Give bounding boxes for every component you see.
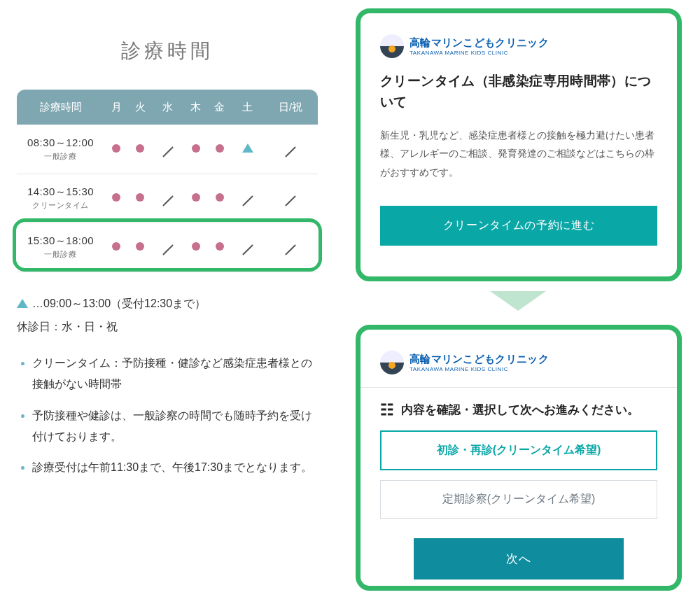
availability-cell	[184, 174, 208, 223]
next-button[interactable]: 次へ	[414, 538, 624, 580]
closed-days: 休診日：水・日・祝	[17, 320, 318, 335]
availability-cell	[152, 223, 183, 272]
availability-cell	[263, 174, 318, 223]
availability-cell	[208, 125, 232, 174]
availability-cell	[232, 174, 263, 223]
penguin-icon	[380, 34, 404, 58]
penguin-icon	[380, 351, 404, 374]
th-thu: 木	[184, 90, 208, 125]
clinic-name-en: TAKANAWA MARINE KIDS CLINIC	[410, 366, 549, 372]
availability-cell	[208, 223, 232, 272]
slot-subtitle: 一般診療	[20, 249, 102, 260]
clinic-name: 高輪マリンこどもクリニック	[410, 36, 549, 50]
table-row: 14:30～15:30クリーンタイム	[17, 174, 318, 223]
availability-cell	[263, 125, 318, 174]
availability-cell	[184, 223, 208, 272]
slot-subtitle: クリーンタイム	[20, 200, 102, 211]
availability-cell	[104, 125, 128, 174]
note-item: 診療受付は午前11:30まで、午後17:30までとなります。	[32, 457, 318, 478]
note-item: 予防接種や健診は、一般診察の時間でも随時予約を受け付けております。	[32, 405, 318, 448]
availability-cell	[128, 125, 152, 174]
cleantime-description: 新生児・乳児など、感染症患者様との接触を極力避けたい患者様、アレルギーのご相談、…	[380, 126, 657, 182]
list-icon: ☷	[380, 402, 394, 418]
selection-card: 高輪マリンこどもクリニック TAKANAWA MARINE KIDS CLINI…	[356, 325, 682, 591]
cleantime-info-card: 高輪マリンこどもクリニック TAKANAWA MARINE KIDS CLINI…	[356, 8, 682, 281]
instruction-text: 内容を確認・選択して次へお進みください。	[401, 402, 639, 418]
th-wed: 水	[152, 90, 183, 125]
availability-cell	[152, 125, 183, 174]
th-fri: 金	[208, 90, 232, 125]
schedule-title: 診療時間	[17, 38, 318, 64]
availability-cell	[232, 223, 263, 272]
availability-cell	[152, 174, 183, 223]
th-tue: 火	[128, 90, 152, 125]
slot-subtitle: 一般診療	[20, 151, 102, 162]
table-row: 15:30～18:00一般診療	[17, 223, 318, 272]
slot-time: 08:30～12:00	[20, 136, 102, 150]
availability-cell	[104, 174, 128, 223]
legend-triangle: …09:00～13:00（受付12:30まで）	[17, 293, 318, 314]
divider	[360, 387, 677, 388]
th-label: 診療時間	[17, 90, 104, 125]
schedule-table: 診療時間 月 火 水 木 金 土 日/祝 08:30～12:00一般診療14:3…	[17, 90, 318, 272]
instruction-row: ☷ 内容を確認・選択して次へお進みください。	[380, 402, 657, 418]
option-first-visit[interactable]: 初診・再診(クリーンタイム希望)	[380, 430, 657, 470]
th-mon: 月	[104, 90, 128, 125]
th-sun: 日/祝	[263, 90, 318, 125]
slot-time: 14:30～15:30	[20, 185, 102, 199]
availability-cell	[263, 223, 318, 272]
notes-list: クリーンタイム：予防接種・健診など感染症患者様との接触がない時間帯 予防接種や健…	[17, 353, 318, 479]
schedule-panel: 診療時間 診療時間 月 火 水 木 金 土 日/祝 08:30～12:00一般診…	[17, 38, 318, 489]
clinic-logo: 高輪マリンこどもクリニック TAKANAWA MARINE KIDS CLINI…	[380, 34, 657, 58]
availability-cell	[208, 174, 232, 223]
availability-cell	[104, 223, 128, 272]
availability-cell	[184, 125, 208, 174]
arrow-down-icon	[490, 291, 546, 316]
th-sat: 土	[232, 90, 263, 125]
option-regular-checkup[interactable]: 定期診察(クリーンタイム希望)	[380, 480, 657, 519]
availability-cell	[128, 223, 152, 272]
availability-cell	[128, 174, 152, 223]
clinic-name-en: TAKANAWA MARINE KIDS CLINIC	[410, 50, 549, 56]
clinic-name: 高輪マリンこどもクリニック	[410, 353, 549, 366]
table-row: 08:30～12:00一般診療	[17, 125, 318, 174]
note-item: クリーンタイム：予防接種・健診など感染症患者様との接触がない時間帯	[32, 353, 318, 395]
slot-time: 15:30～18:00	[20, 234, 102, 248]
clinic-logo: 高輪マリンこどもクリニック TAKANAWA MARINE KIDS CLINI…	[380, 351, 657, 374]
availability-cell	[232, 125, 263, 174]
triangle-icon	[17, 299, 28, 308]
schedule-table-wrap: 診療時間 月 火 水 木 金 土 日/祝 08:30～12:00一般診療14:3…	[17, 90, 318, 272]
proceed-cleantime-button[interactable]: クリーンタイムの予約に進む	[380, 206, 657, 246]
cleantime-heading: クリーンタイム（非感染症専用時間帯）について	[380, 71, 657, 113]
